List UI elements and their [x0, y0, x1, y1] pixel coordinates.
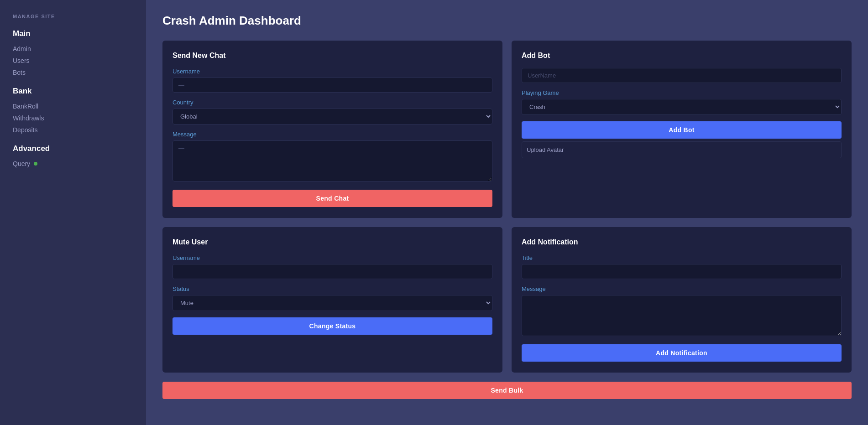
- mute-user-username-input[interactable]: [173, 264, 492, 279]
- send-bulk-button[interactable]: Send Bulk: [162, 382, 852, 399]
- sidebar-item-bots[interactable]: Bots: [13, 67, 133, 78]
- send-chat-username-input[interactable]: [173, 78, 492, 93]
- sidebar-item-admin[interactable]: Admin: [13, 43, 133, 55]
- send-chat-button[interactable]: Send Chat: [173, 190, 492, 207]
- send-chat-country-select[interactable]: Global US UK EU: [173, 109, 492, 124]
- change-status-button[interactable]: Change Status: [173, 317, 492, 335]
- upload-avatar-button[interactable]: Upload Avatar: [522, 141, 842, 158]
- send-bulk-row: Send Bulk: [162, 382, 852, 399]
- add-notification-title-label: Title: [522, 254, 842, 261]
- sidebar-section-main: Main: [13, 29, 133, 38]
- sidebar: MANAGE SITE Main Admin Users Bots Bank B…: [0, 0, 146, 425]
- add-notification-button[interactable]: Add Notification: [522, 344, 842, 362]
- query-status-dot: [34, 162, 37, 166]
- add-notification-title: Add Notification: [522, 238, 842, 246]
- manage-site-label: MANAGE SITE: [13, 14, 133, 19]
- add-bot-title: Add Bot: [522, 52, 842, 60]
- sidebar-section-advanced: Advanced: [13, 144, 133, 153]
- sidebar-item-withdrawls[interactable]: Withdrawls: [13, 112, 133, 124]
- send-chat-country-label: Country: [173, 99, 492, 106]
- page-title: Crash Admin Dashboard: [162, 14, 852, 28]
- add-bot-button[interactable]: Add Bot: [522, 121, 842, 139]
- top-cards-row: Send New Chat Username Country Global US…: [162, 41, 852, 218]
- add-bot-playing-game-label: Playing Game: [522, 89, 842, 96]
- mute-user-card: Mute User Username Status Mute Unmute Ch…: [162, 227, 502, 373]
- add-bot-game-select[interactable]: Crash Slots Dice: [522, 99, 842, 115]
- sidebar-item-bankroll[interactable]: BankRoll: [13, 100, 133, 112]
- add-notification-message-label: Message: [522, 285, 842, 292]
- add-bot-card: Add Bot Playing Game Crash Slots Dice Ad…: [512, 41, 852, 218]
- send-chat-username-label: Username: [173, 68, 492, 75]
- add-notification-title-input[interactable]: [522, 264, 842, 279]
- mute-user-status-label: Status: [173, 285, 492, 292]
- mute-user-status-select[interactable]: Mute Unmute: [173, 295, 492, 311]
- sidebar-item-users[interactable]: Users: [13, 55, 133, 67]
- send-chat-title: Send New Chat: [173, 52, 492, 60]
- add-bot-username-input[interactable]: [522, 68, 842, 83]
- mute-user-username-label: Username: [173, 254, 492, 261]
- add-notification-card: Add Notification Title Message Add Notif…: [512, 227, 852, 373]
- sidebar-section-bank: Bank: [13, 87, 133, 96]
- sidebar-item-deposits[interactable]: Deposits: [13, 124, 133, 136]
- main-content: Crash Admin Dashboard Send New Chat User…: [146, 0, 868, 425]
- send-chat-card: Send New Chat Username Country Global US…: [162, 41, 502, 218]
- outer-wrapper: MANAGE SITE Main Admin Users Bots Bank B…: [0, 0, 868, 425]
- mute-user-title: Mute User: [173, 238, 492, 246]
- add-notification-message-input[interactable]: [522, 295, 842, 336]
- send-chat-message-label: Message: [173, 131, 492, 138]
- send-chat-message-input[interactable]: [173, 140, 492, 181]
- bottom-cards-row: Mute User Username Status Mute Unmute Ch…: [162, 227, 852, 373]
- sidebar-item-query[interactable]: Query: [13, 158, 133, 170]
